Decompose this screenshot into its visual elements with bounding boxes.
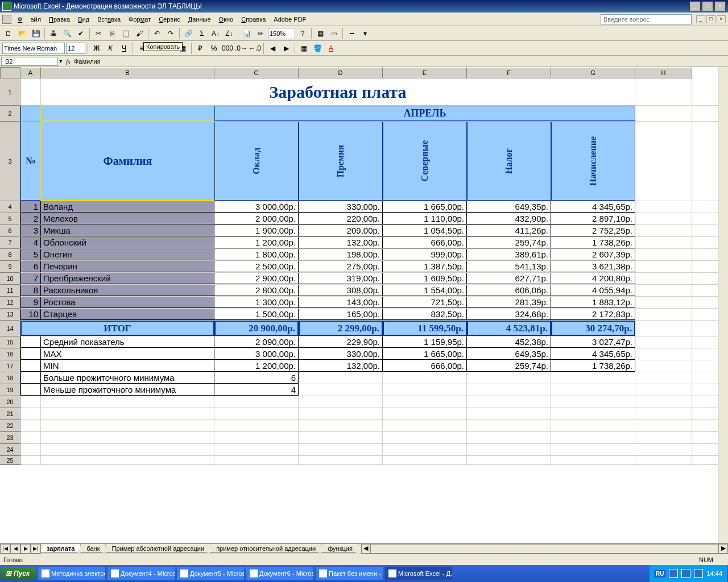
row-header[interactable]: 18 bbox=[0, 372, 20, 384]
cell-d[interactable]: 143,00р. bbox=[299, 297, 383, 308]
cell[interactable] bbox=[214, 396, 299, 408]
row-headers[interactable]: 1234567891011121314151617181920212223242… bbox=[0, 78, 20, 543]
cell[interactable] bbox=[299, 408, 383, 419]
cell-no[interactable]: 8 bbox=[20, 285, 41, 296]
cell[interactable] bbox=[383, 444, 467, 455]
itog-e[interactable]: 11 599,50р. bbox=[383, 321, 467, 336]
cell-d[interactable]: 132,00р. bbox=[299, 237, 383, 248]
cell-name[interactable]: Микша bbox=[41, 225, 214, 236]
itog-g[interactable]: 30 274,70р. bbox=[551, 321, 635, 336]
menu-tools[interactable]: Сервис bbox=[155, 14, 184, 24]
cell[interactable] bbox=[299, 372, 383, 384]
summary-f[interactable]: 649,35р. bbox=[467, 348, 551, 360]
cell[interactable] bbox=[467, 384, 551, 396]
cell[interactable] bbox=[635, 249, 692, 260]
cell-d[interactable]: 330,00р. bbox=[299, 201, 383, 213]
col-header-D[interactable]: D bbox=[299, 67, 383, 78]
currency-icon[interactable]: ₽ bbox=[194, 42, 206, 55]
hdr-no[interactable] bbox=[20, 106, 41, 121]
cell-c[interactable]: 2 000,00р. bbox=[214, 213, 299, 225]
bold-button[interactable]: Ж bbox=[90, 42, 103, 55]
cell[interactable] bbox=[20, 396, 41, 408]
summary-label[interactable]: MAX bbox=[41, 348, 214, 360]
close-button[interactable]: × bbox=[714, 1, 726, 11]
misc-icon-2[interactable]: ▭ bbox=[328, 27, 340, 40]
row-header[interactable]: 13 bbox=[0, 309, 20, 321]
row-header[interactable]: 6 bbox=[0, 225, 20, 237]
mdi-close[interactable]: × bbox=[717, 15, 726, 23]
cell[interactable] bbox=[299, 396, 383, 408]
save-icon[interactable]: 💾 bbox=[30, 27, 42, 40]
summary-f[interactable]: 259,74р. bbox=[467, 360, 551, 372]
font-name-combo[interactable] bbox=[2, 43, 65, 54]
formula-value[interactable]: Фамилия bbox=[74, 58, 101, 65]
cell[interactable] bbox=[635, 396, 692, 408]
cell[interactable] bbox=[635, 285, 692, 296]
spellcheck-icon[interactable]: ✔ bbox=[75, 27, 87, 40]
summary-c[interactable]: 2 090,00р. bbox=[214, 336, 299, 348]
cell-f[interactable]: 389,61р. bbox=[467, 249, 551, 260]
cell-name[interactable]: Ростова bbox=[41, 297, 214, 308]
taskbar-item[interactable]: Методичка электро... bbox=[38, 567, 106, 580]
cell-f[interactable]: 432,90р. bbox=[467, 213, 551, 225]
summary-label[interactable]: Меньше прожиточного минимума bbox=[41, 384, 214, 396]
cell-name[interactable]: Онегин bbox=[41, 249, 214, 260]
help-question-input[interactable] bbox=[601, 14, 692, 24]
cell-e[interactable]: 1 609,50р. bbox=[383, 273, 467, 284]
menu-edit[interactable]: Правка bbox=[45, 14, 74, 24]
cell[interactable] bbox=[214, 408, 299, 419]
cell[interactable] bbox=[635, 297, 692, 308]
line-icon[interactable]: ━ bbox=[345, 27, 358, 40]
cell[interactable] bbox=[551, 384, 635, 396]
cell-g[interactable]: 3 621,38р. bbox=[551, 261, 635, 272]
cell-e[interactable]: 666,00р. bbox=[383, 237, 467, 248]
cell-no[interactable]: 5 bbox=[20, 249, 41, 260]
cell-f[interactable]: 649,35р. bbox=[467, 201, 551, 213]
col-header-H[interactable]: H bbox=[635, 67, 692, 78]
cell[interactable] bbox=[467, 432, 551, 443]
row-header[interactable]: 1 bbox=[0, 78, 20, 106]
taskbar-item[interactable]: Документ6 - Microso... bbox=[246, 567, 314, 580]
summary-e[interactable]: 666,00р. bbox=[383, 360, 467, 372]
cell[interactable] bbox=[635, 348, 692, 360]
cell-name[interactable]: Мелехов bbox=[41, 213, 214, 225]
row-header[interactable]: 16 bbox=[0, 348, 20, 360]
cell[interactable] bbox=[299, 420, 383, 431]
cell-name[interactable]: Печорин bbox=[41, 261, 214, 272]
cell[interactable] bbox=[551, 420, 635, 431]
cell[interactable] bbox=[20, 444, 41, 455]
cell[interactable] bbox=[20, 336, 41, 348]
start-button[interactable]: ⊞ Пуск bbox=[1, 567, 36, 580]
cell[interactable] bbox=[214, 456, 299, 464]
cells-container[interactable]: Заработная плата АПРЕЛЬ № Фамилия Оклад … bbox=[20, 78, 718, 543]
cell[interactable] bbox=[467, 420, 551, 431]
row-header[interactable]: 4 bbox=[0, 201, 20, 213]
system-tray[interactable]: RU 14:44 bbox=[650, 565, 727, 582]
cell[interactable] bbox=[635, 201, 692, 213]
decrease-indent-icon[interactable]: ◀ bbox=[266, 42, 279, 55]
underline-button[interactable]: Ч bbox=[118, 42, 130, 55]
fill-color-icon[interactable]: 🪣 bbox=[311, 42, 324, 55]
cell-e[interactable]: 832,50р. bbox=[383, 309, 467, 320]
row-header[interactable]: 22 bbox=[0, 420, 20, 432]
fx-button[interactable]: fx bbox=[63, 58, 74, 65]
menu-help[interactable]: Справка bbox=[237, 14, 270, 24]
col-header-B[interactable]: B bbox=[41, 67, 214, 78]
cell-g[interactable]: 1 883,12р. bbox=[551, 297, 635, 308]
cell-f[interactable]: 281,39р. bbox=[467, 297, 551, 308]
cell[interactable] bbox=[551, 372, 635, 384]
cell[interactable] bbox=[635, 273, 692, 284]
chart-wizard-icon[interactable]: 📊 bbox=[241, 27, 253, 40]
summary-f[interactable]: 452,38р. bbox=[467, 336, 551, 348]
menu-data[interactable]: Данные bbox=[184, 14, 215, 24]
col-header-E[interactable]: E bbox=[383, 67, 467, 78]
sheet-tab-active[interactable]: зарплата bbox=[40, 544, 81, 553]
cell-c[interactable]: 1 900,00р. bbox=[214, 225, 299, 236]
itog-label[interactable]: ИТОГ bbox=[20, 321, 214, 336]
paste-icon[interactable]: 📋 bbox=[119, 27, 132, 40]
row-header[interactable]: 2 bbox=[0, 106, 20, 122]
summary-d[interactable]: 229,90р. bbox=[299, 336, 383, 348]
column-headers[interactable]: A B C D E F G H bbox=[20, 67, 718, 78]
cell-f[interactable]: 606,06р. bbox=[467, 285, 551, 296]
cell[interactable] bbox=[383, 396, 467, 408]
